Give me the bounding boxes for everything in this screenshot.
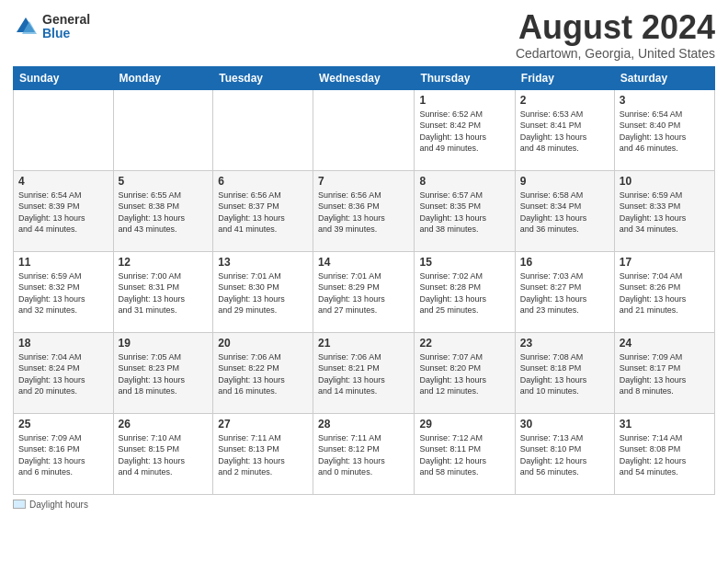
day-info: Sunrise: 6:59 AM Sunset: 8:33 PM Dayligh… (620, 190, 710, 236)
day-info: Sunrise: 7:10 AM Sunset: 8:15 PM Dayligh… (119, 432, 209, 478)
day-number: 12 (119, 256, 209, 269)
calendar-cell: 2Sunrise: 6:53 AM Sunset: 8:41 PM Daylig… (515, 89, 614, 170)
day-info: Sunrise: 7:02 AM Sunset: 8:28 PM Dayligh… (419, 270, 509, 316)
day-number: 4 (18, 175, 108, 188)
day-number: 24 (620, 337, 710, 350)
calendar-cell: 30Sunrise: 7:13 AM Sunset: 8:10 PM Dayli… (515, 413, 614, 494)
footer: Daylight hours (13, 500, 715, 510)
day-number: 26 (119, 418, 209, 431)
calendar-cell: 4Sunrise: 6:54 AM Sunset: 8:39 PM Daylig… (14, 170, 114, 251)
calendar-cell: 24Sunrise: 7:09 AM Sunset: 8:17 PM Dayli… (614, 332, 714, 413)
day-info: Sunrise: 6:52 AM Sunset: 8:42 PM Dayligh… (419, 109, 509, 155)
calendar-header-wednesday: Wednesday (313, 66, 415, 89)
title-block: August 2024 Cedartown, Georgia, United S… (516, 9, 715, 61)
calendar-cell: 6Sunrise: 6:56 AM Sunset: 8:37 PM Daylig… (213, 170, 313, 251)
day-number: 8 (419, 175, 509, 188)
day-info: Sunrise: 7:08 AM Sunset: 8:18 PM Dayligh… (520, 351, 609, 397)
calendar-cell (113, 89, 213, 170)
day-info: Sunrise: 7:05 AM Sunset: 8:23 PM Dayligh… (119, 351, 209, 397)
legend-label: Daylight hours (29, 500, 88, 510)
day-info: Sunrise: 7:12 AM Sunset: 8:11 PM Dayligh… (419, 432, 509, 478)
calendar-cell: 8Sunrise: 6:57 AM Sunset: 8:35 PM Daylig… (415, 170, 515, 251)
calendar-cell: 12Sunrise: 7:00 AM Sunset: 8:31 PM Dayli… (113, 251, 213, 332)
day-number: 18 (18, 337, 108, 350)
calendar-week-3: 11Sunrise: 6:59 AM Sunset: 8:32 PM Dayli… (14, 251, 715, 332)
calendar-header-tuesday: Tuesday (213, 66, 313, 89)
calendar-cell: 31Sunrise: 7:14 AM Sunset: 8:08 PM Dayli… (614, 413, 714, 494)
logo-text: General Blue (42, 13, 90, 41)
day-number: 27 (218, 418, 308, 431)
calendar-header-thursday: Thursday (415, 66, 515, 89)
day-info: Sunrise: 6:56 AM Sunset: 8:36 PM Dayligh… (318, 190, 409, 236)
day-number: 9 (520, 175, 609, 188)
calendar-cell: 16Sunrise: 7:03 AM Sunset: 8:27 PM Dayli… (515, 251, 614, 332)
day-number: 29 (419, 418, 509, 431)
day-info: Sunrise: 7:11 AM Sunset: 8:12 PM Dayligh… (318, 432, 409, 478)
day-number: 14 (318, 256, 409, 269)
calendar-cell: 28Sunrise: 7:11 AM Sunset: 8:12 PM Dayli… (313, 413, 415, 494)
day-info: Sunrise: 7:11 AM Sunset: 8:13 PM Dayligh… (218, 432, 308, 478)
day-info: Sunrise: 7:04 AM Sunset: 8:26 PM Dayligh… (620, 270, 710, 316)
day-info: Sunrise: 6:56 AM Sunset: 8:37 PM Dayligh… (218, 190, 308, 236)
day-number: 21 (318, 337, 409, 350)
calendar-cell: 10Sunrise: 6:59 AM Sunset: 8:33 PM Dayli… (614, 170, 714, 251)
day-info: Sunrise: 7:14 AM Sunset: 8:08 PM Dayligh… (620, 432, 710, 478)
day-info: Sunrise: 7:06 AM Sunset: 8:21 PM Dayligh… (318, 351, 409, 397)
calendar-cell: 7Sunrise: 6:56 AM Sunset: 8:36 PM Daylig… (313, 170, 415, 251)
day-number: 16 (520, 256, 609, 269)
calendar-cell: 9Sunrise: 6:58 AM Sunset: 8:34 PM Daylig… (515, 170, 614, 251)
day-info: Sunrise: 7:07 AM Sunset: 8:20 PM Dayligh… (419, 351, 509, 397)
day-number: 10 (620, 175, 710, 188)
calendar-cell: 29Sunrise: 7:12 AM Sunset: 8:11 PM Dayli… (415, 413, 515, 494)
header: General Blue August 2024 Cedartown, Geor… (13, 9, 715, 61)
calendar-header-friday: Friday (515, 66, 614, 89)
calendar-week-4: 18Sunrise: 7:04 AM Sunset: 8:24 PM Dayli… (14, 332, 715, 413)
day-number: 15 (419, 256, 509, 269)
day-info: Sunrise: 6:53 AM Sunset: 8:41 PM Dayligh… (520, 109, 609, 155)
day-number: 6 (218, 175, 308, 188)
calendar-cell: 5Sunrise: 6:55 AM Sunset: 8:38 PM Daylig… (113, 170, 213, 251)
calendar-week-1: 1Sunrise: 6:52 AM Sunset: 8:42 PM Daylig… (14, 89, 715, 170)
calendar-cell: 25Sunrise: 7:09 AM Sunset: 8:16 PM Dayli… (14, 413, 114, 494)
day-info: Sunrise: 7:01 AM Sunset: 8:29 PM Dayligh… (318, 270, 409, 316)
day-number: 28 (318, 418, 409, 431)
logo-blue-text: Blue (42, 27, 90, 40)
calendar-cell (313, 89, 415, 170)
calendar-cell: 21Sunrise: 7:06 AM Sunset: 8:21 PM Dayli… (313, 332, 415, 413)
calendar-cell: 19Sunrise: 7:05 AM Sunset: 8:23 PM Dayli… (113, 332, 213, 413)
calendar-cell: 13Sunrise: 7:01 AM Sunset: 8:30 PM Dayli… (213, 251, 313, 332)
legend-box (13, 500, 26, 509)
day-info: Sunrise: 7:03 AM Sunset: 8:27 PM Dayligh… (520, 270, 609, 316)
page-container: General Blue August 2024 Cedartown, Geor… (0, 0, 728, 517)
subtitle: Cedartown, Georgia, United States (516, 46, 715, 61)
day-number: 5 (119, 175, 209, 188)
day-number: 1 (419, 94, 509, 107)
calendar-cell (213, 89, 313, 170)
calendar-week-5: 25Sunrise: 7:09 AM Sunset: 8:16 PM Dayli… (14, 413, 715, 494)
day-info: Sunrise: 6:54 AM Sunset: 8:39 PM Dayligh… (18, 190, 108, 236)
main-title: August 2024 (516, 9, 715, 46)
calendar-header-monday: Monday (113, 66, 213, 89)
day-number: 31 (620, 418, 710, 431)
day-number: 13 (218, 256, 308, 269)
day-info: Sunrise: 7:00 AM Sunset: 8:31 PM Dayligh… (119, 270, 209, 316)
day-number: 20 (218, 337, 308, 350)
calendar-cell: 18Sunrise: 7:04 AM Sunset: 8:24 PM Dayli… (14, 332, 114, 413)
calendar-cell: 26Sunrise: 7:10 AM Sunset: 8:15 PM Dayli… (113, 413, 213, 494)
day-number: 19 (119, 337, 209, 350)
logo: General Blue (13, 13, 90, 41)
day-number: 3 (620, 94, 710, 107)
day-info: Sunrise: 7:06 AM Sunset: 8:22 PM Dayligh… (218, 351, 308, 397)
calendar-cell: 27Sunrise: 7:11 AM Sunset: 8:13 PM Dayli… (213, 413, 313, 494)
calendar-cell: 22Sunrise: 7:07 AM Sunset: 8:20 PM Dayli… (415, 332, 515, 413)
calendar-header-saturday: Saturday (614, 66, 714, 89)
calendar-cell: 3Sunrise: 6:54 AM Sunset: 8:40 PM Daylig… (614, 89, 714, 170)
calendar-cell: 14Sunrise: 7:01 AM Sunset: 8:29 PM Dayli… (313, 251, 415, 332)
day-info: Sunrise: 7:01 AM Sunset: 8:30 PM Dayligh… (218, 270, 308, 316)
calendar-header-sunday: Sunday (14, 66, 114, 89)
day-info: Sunrise: 7:04 AM Sunset: 8:24 PM Dayligh… (18, 351, 108, 397)
day-info: Sunrise: 7:09 AM Sunset: 8:17 PM Dayligh… (620, 351, 710, 397)
day-info: Sunrise: 6:58 AM Sunset: 8:34 PM Dayligh… (520, 190, 609, 236)
calendar-cell: 20Sunrise: 7:06 AM Sunset: 8:22 PM Dayli… (213, 332, 313, 413)
day-number: 22 (419, 337, 509, 350)
